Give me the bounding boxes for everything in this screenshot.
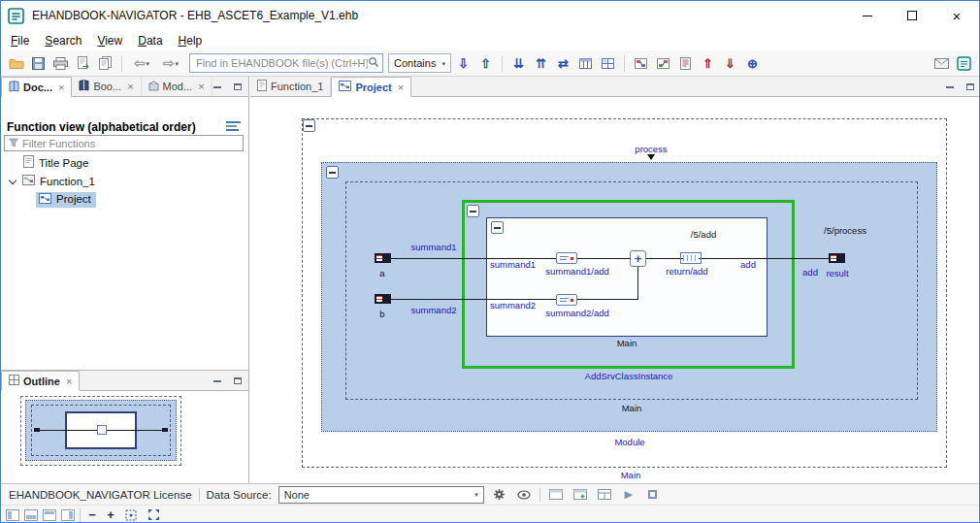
collapse-instance-button[interactable] [467, 205, 479, 217]
experiment-window-icon[interactable] [596, 486, 613, 504]
output-port-result[interactable] [829, 253, 845, 263]
next-hit-icon[interactable]: ⇓ [720, 53, 740, 74]
return-add-label[interactable]: return/add [648, 267, 726, 278]
minimize-button[interactable] [845, 1, 890, 30]
fit-to-window-icon[interactable] [145, 507, 162, 523]
menu-file[interactable]: File [3, 32, 37, 49]
main-task-label[interactable]: Main [592, 471, 670, 481]
matrix-view-icon[interactable] [598, 53, 618, 74]
minimize-panel-button[interactable] [944, 82, 956, 92]
add-measure-window-icon[interactable] [572, 486, 589, 504]
result-label[interactable]: result [818, 269, 857, 279]
window-layout-icon-1[interactable] [6, 509, 19, 521]
forward-button[interactable]: ⇨▾ [157, 53, 184, 74]
models-tab-icon [148, 81, 159, 93]
tab-close-icon[interactable]: × [58, 82, 64, 93]
instance-label[interactable]: AddSrvClassInstance [551, 372, 706, 382]
visibility-icon[interactable] [515, 486, 533, 504]
previous-hit-icon[interactable]: ⇑ [698, 53, 718, 74]
collapse-all-icon[interactable]: ⇈ [531, 53, 551, 74]
chevron-expanded-icon[interactable] [9, 176, 16, 183]
add-operator-block[interactable]: + [630, 250, 646, 267]
find-input[interactable] [196, 57, 368, 69]
zoom-in-button[interactable]: + [104, 508, 117, 521]
tab-close-icon[interactable]: × [127, 81, 133, 92]
tab-close-icon[interactable]: × [398, 82, 404, 93]
summand2-add-block[interactable] [556, 294, 577, 306]
tab-close-icon[interactable]: × [198, 81, 204, 92]
add-inner-label[interactable]: add [731, 260, 766, 271]
tab-bookmarks[interactable]: Boo... × [72, 77, 141, 96]
window-layout-icon-3[interactable] [43, 509, 56, 521]
start-measurement-icon[interactable]: ▶ [620, 486, 637, 504]
collapse-inner-main-button[interactable] [491, 221, 504, 234]
maximize-button[interactable] [890, 1, 934, 30]
open-file-icon[interactable] [6, 53, 26, 74]
tab-models[interactable]: Mod... × [142, 77, 212, 96]
outline-thumbnail[interactable] [20, 396, 181, 466]
close-button[interactable]: × [934, 1, 979, 30]
data-source-select[interactable]: None ▾ [278, 486, 484, 504]
link-with-selection-icon[interactable]: ⇄ [553, 53, 573, 74]
menu-help[interactable]: Help [171, 32, 211, 49]
add-annotation-icon[interactable]: ⊕ [742, 53, 763, 74]
summand1-add-block[interactable] [556, 252, 577, 264]
process-label[interactable]: process [612, 145, 690, 155]
tree-item-title-page[interactable]: Title Page [1, 153, 248, 172]
input-port-b[interactable] [375, 294, 391, 304]
maximize-panel-button[interactable] [232, 82, 244, 92]
tab-close-icon[interactable]: × [66, 376, 72, 387]
measurement-view-icon[interactable] [547, 486, 565, 504]
tab-document-structure[interactable]: Doc... × [1, 77, 72, 97]
find-previous-icon[interactable]: ⇧ [475, 53, 496, 74]
menu-search[interactable]: Search [37, 32, 89, 49]
minimize-panel-button[interactable] [212, 376, 223, 386]
table-view-icon[interactable] [575, 53, 596, 74]
return-add-block[interactable] [680, 252, 702, 264]
search-mode-select[interactable]: Contains ▾ [388, 53, 451, 73]
model-diagram-icon[interactable] [631, 53, 651, 74]
save-icon[interactable] [28, 53, 49, 74]
export-document-icon[interactable] [73, 53, 93, 74]
view-menu-icon[interactable] [226, 121, 241, 133]
input-port-a[interactable] [375, 253, 391, 263]
compare-models-icon[interactable] [653, 53, 673, 74]
summand2-wire-label[interactable]: summand2 [405, 306, 463, 316]
tab-project[interactable]: Project × [331, 77, 411, 97]
window-layout-icon-4[interactable] [61, 509, 75, 521]
zoom-out-button[interactable]: − [85, 508, 99, 521]
tab-outline[interactable]: Outline × [1, 371, 80, 391]
summand2-pin-label[interactable]: summand2 [490, 301, 536, 311]
window-layout-icon-2[interactable] [24, 509, 38, 521]
settings-icon[interactable] [491, 486, 508, 504]
tab-label: Outline [23, 376, 60, 387]
print-icon[interactable] [50, 53, 71, 74]
tree-item-project[interactable]: Project [1, 190, 248, 209]
ehandbook-info-icon[interactable] [954, 53, 974, 74]
find-next-icon[interactable]: ⇩ [453, 53, 474, 74]
tab-function-1[interactable]: Function_1 [250, 77, 331, 96]
tree-item-function-1[interactable]: Function_1 [1, 172, 248, 190]
diagram-canvas[interactable]: + process Main Module Main AddSrvClassIn… [250, 97, 980, 483]
module-label[interactable]: Module [591, 438, 669, 448]
summand2-add-label[interactable]: summand2/add [539, 309, 616, 319]
menu-view[interactable]: View [89, 32, 130, 49]
summand1-wire-label[interactable]: summand1 [405, 243, 463, 253]
zoom-original-icon[interactable] [122, 507, 140, 523]
maximize-panel-button[interactable] [964, 82, 976, 92]
model-report-icon[interactable] [675, 53, 696, 74]
expand-all-icon[interactable]: ⇊ [508, 53, 529, 74]
summand1-pin-label[interactable]: summand1 [490, 260, 536, 271]
stop-measurement-icon[interactable] [644, 486, 662, 504]
collapse-module-button[interactable] [326, 166, 339, 179]
back-button[interactable]: ⇦▾ [128, 53, 155, 74]
copy-document-icon[interactable] [95, 53, 115, 74]
search-icon[interactable] [368, 56, 379, 71]
feedback-icon[interactable] [931, 53, 952, 74]
filter-functions-input[interactable] [22, 138, 239, 149]
menu-data[interactable]: Data [130, 32, 170, 49]
minimize-panel-button[interactable] [212, 82, 223, 92]
maximize-panel-button[interactable] [232, 376, 244, 386]
summand1-add-label[interactable]: summand1/add [539, 267, 616, 278]
collapse-main-button[interactable] [303, 119, 315, 132]
